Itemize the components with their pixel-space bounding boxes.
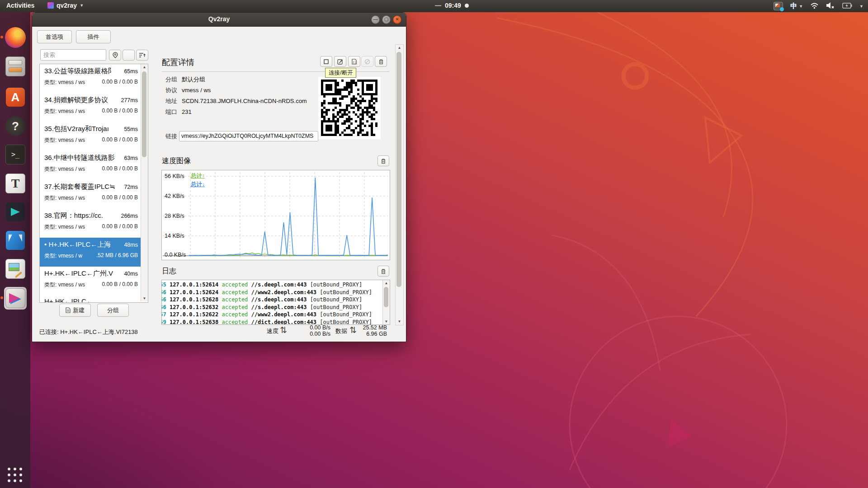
details-title: 配置详情: [162, 57, 194, 68]
test-latency-button[interactable]: [361, 56, 373, 67]
dock: A ? >_ T: [0, 12, 30, 488]
scroll-up-arrow[interactable]: ▲: [383, 280, 390, 286]
blank-filter-button[interactable]: [123, 50, 135, 61]
data-label: 数据: [335, 327, 347, 335]
server-list-item[interactable]: H+.HK←IPLC←广州.V40ms类型: vmess / ws0.00 B …: [40, 267, 148, 296]
speed-label: 速度: [267, 327, 278, 335]
sort-button[interactable]: [136, 50, 148, 61]
window-titlebar[interactable]: Qv2ray — ▢ ✕: [32, 13, 406, 27]
scroll-up-arrow[interactable]: ▲: [141, 64, 148, 70]
server-list-item[interactable]: H+.HK←IPLC←: [40, 296, 148, 302]
connection-status: 已连接: H+.HK←IPLC←上海.VI72138: [39, 328, 138, 336]
text-editor-icon: T: [5, 174, 25, 193]
edit-json-button[interactable]: {;}: [348, 56, 360, 67]
scroll-down-arrow[interactable]: ▼: [141, 296, 148, 301]
search-input[interactable]: [40, 49, 106, 61]
clock[interactable]: — 09:49: [435, 2, 469, 9]
window-scrollbar[interactable]: ▲ ▼: [395, 44, 404, 325]
dock-item-vscode[interactable]: [4, 229, 27, 252]
server-list-item[interactable]: 38.官网：https://cc.266ms类型: vmess / ws0.00…: [40, 209, 148, 238]
log-line: :56 127.0.0.1:52632 accepted //s.deepl.c…: [161, 304, 382, 311]
location-pin-button[interactable]: [109, 50, 121, 61]
y-tick-56: 56 KB/s: [165, 173, 188, 179]
server-list-item[interactable]: 35.包括V2ray和Trojaı55ms类型: vmess / ws0.00 …: [40, 122, 148, 151]
dock-item-text-editor[interactable]: T: [4, 172, 27, 195]
plugins-button[interactable]: 插件: [76, 30, 111, 43]
dock-item-send-app[interactable]: [4, 201, 27, 223]
log-line: :55 127.0.0.1:52614 accepted //s.deepl.c…: [161, 281, 382, 289]
send-arrow-icon: [6, 202, 25, 221]
window-body: 首选项 插件 33.公益等级線路嚴格阝65ms类型: vmess / ws0.0…: [32, 26, 406, 342]
system-tray: 中 ▼ ▼: [774, 0, 863, 12]
server-list-scrollbar[interactable]: ▲ ▼: [141, 64, 148, 301]
activities-button[interactable]: Activities: [6, 2, 34, 9]
log-scrollbar[interactable]: ▲ ▼: [382, 280, 390, 324]
log-box[interactable]: :55 127.0.0.1:52614 accepted //s.deepl.c…: [161, 280, 390, 325]
clear-log-button[interactable]: [377, 266, 389, 277]
server-list-item[interactable]: 37.长期套餐覆盖IPLC≒72ms类型: vmess / ws0.00 B /…: [40, 180, 148, 209]
edit-config-button[interactable]: [334, 56, 346, 67]
scroll-down-arrow[interactable]: ▼: [396, 319, 403, 325]
connect-tooltip: 连接/断开: [325, 68, 356, 78]
scrollbar-thumb[interactable]: [384, 287, 388, 307]
scroll-down-arrow[interactable]: ▼: [383, 319, 390, 324]
clear-graph-button[interactable]: [377, 155, 389, 166]
server-list[interactable]: 33.公益等级線路嚴格阝65ms类型: vmess / ws0.00 B / 0…: [39, 64, 148, 303]
field-port: 端口231: [165, 108, 192, 116]
qr-code: [318, 77, 381, 139]
new-config-button[interactable]: 新建: [59, 304, 91, 317]
log-lines: :55 127.0.0.1:52614 accepted //s.deepl.c…: [161, 281, 382, 325]
share-link-input[interactable]: vmess://eyJhZGQiOiJTQ0ROLjcyMTM4LkpNT0ZM…: [179, 131, 318, 141]
svg-text:{;}: {;}: [353, 60, 357, 64]
speed-chart: 56 KB/s 42 KB/s 28 KB/s 14 KB/s 0.0 KB/s…: [161, 170, 390, 260]
delete-config-button[interactable]: [375, 56, 387, 67]
connect-disconnect-button[interactable]: [320, 56, 332, 67]
running-indicator: [0, 296, 3, 299]
speed-updown-icon: ⇅: [280, 325, 287, 335]
maximize-button[interactable]: ▢: [382, 15, 391, 24]
notification-dot: [465, 4, 469, 8]
y-tick-42: 42 KB/s: [165, 193, 188, 199]
chevron-down-icon: ▼: [80, 3, 84, 8]
scroll-up-arrow[interactable]: ▲: [396, 45, 403, 51]
minimize-button[interactable]: —: [371, 15, 380, 24]
ubuntu-software-icon: A: [6, 88, 25, 107]
scrollbar-thumb[interactable]: [396, 52, 401, 287]
legend-upload[interactable]: 总计↑: [191, 172, 205, 180]
dock-item-help[interactable]: ?: [4, 115, 27, 137]
speed-values: 0.00 B/s0.00 B/s: [292, 324, 330, 337]
app-menu[interactable]: qv2ray ▼: [47, 2, 84, 9]
clock-dash: —: [435, 2, 441, 9]
file-cabinet-icon: [5, 56, 25, 76]
battery-icon[interactable]: [842, 3, 852, 10]
dock-item-file-cabinet[interactable]: [4, 55, 27, 78]
dock-item-firefox[interactable]: [4, 26, 27, 49]
input-method-indicator[interactable]: 中 ▼: [790, 2, 803, 10]
volume-muted-icon[interactable]: [826, 2, 835, 10]
show-applications-button[interactable]: [8, 468, 23, 483]
server-list-item[interactable]: 34.捐赠解锁更多协议277ms类型: vmess / ws0.00 B / 0…: [40, 93, 148, 122]
top-bar: Activities qv2ray ▼ — 09:49 中 ▼: [0, 0, 868, 12]
field-protocol: 协议vmess / ws: [165, 86, 211, 94]
server-list-item[interactable]: 33.公益等级線路嚴格阝65ms类型: vmess / ws0.00 B / 0…: [40, 64, 148, 93]
wifi-icon[interactable]: [810, 2, 819, 10]
log-line: :56 127.0.0.1:52624 accepted //www2.deep…: [161, 289, 382, 296]
desktop: Activities qv2ray ▼ — 09:49 中 ▼: [0, 0, 868, 488]
terminal-icon: >_: [5, 145, 25, 164]
chevron-down-icon[interactable]: ▼: [859, 4, 863, 9]
preferences-button[interactable]: 首选项: [37, 30, 72, 43]
server-list-item[interactable]: • H+.HK←IPLC←上海48ms类型: vmess / w.52 MB /…: [40, 238, 148, 267]
dock-item-qv2ray[interactable]: [4, 287, 27, 310]
scrollbar-thumb[interactable]: [142, 71, 146, 157]
dock-item-image-editor[interactable]: [4, 258, 27, 280]
group-button[interactable]: 分组: [97, 304, 129, 317]
dock-item-ubuntu-software[interactable]: A: [4, 86, 27, 108]
server-list-item[interactable]: 36.中继中转隧道线路影63ms类型: vmess / ws0.00 B / 0…: [40, 151, 148, 180]
qv2ray-tray-icon[interactable]: [774, 2, 783, 10]
running-indicator: [0, 36, 3, 38]
qv2ray-app-icon: [47, 2, 54, 9]
dock-item-terminal[interactable]: >_: [4, 143, 27, 166]
close-button[interactable]: ✕: [393, 15, 401, 24]
legend-download[interactable]: 总计↓: [191, 181, 205, 188]
vscode-icon: [6, 231, 25, 250]
